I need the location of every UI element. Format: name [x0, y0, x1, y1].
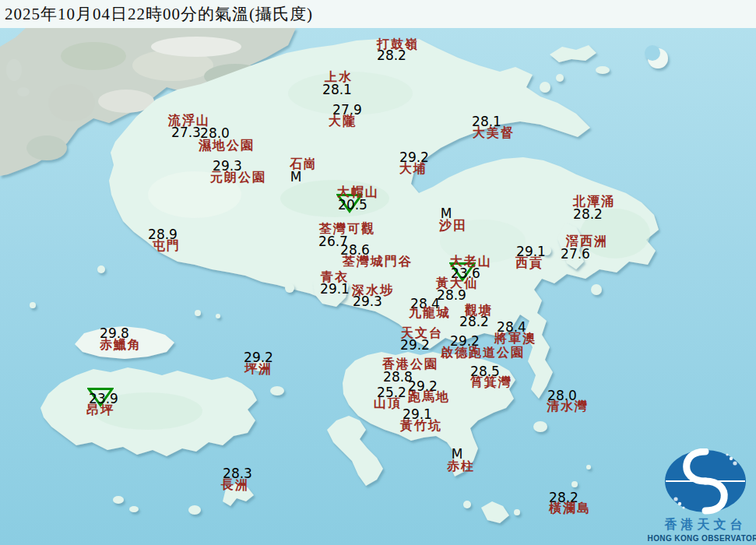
station-name-label: 大埔	[399, 163, 427, 175]
station-name-label: 九龍城	[409, 307, 451, 319]
station-name-label: 天文台	[401, 327, 443, 339]
station-temperature-value: 28.1	[322, 83, 352, 97]
station-name-label: 清水灣	[547, 400, 589, 413]
station-temperature-value: 27.3	[171, 126, 201, 139]
station-temperature-value: 28.2	[377, 49, 406, 62]
station-name-label: 元朗公園	[210, 171, 266, 184]
station-name-label: 濕地公園	[199, 139, 255, 152]
station-temperature-value: 28.2	[459, 315, 489, 329]
station-temperature-value: M	[290, 171, 302, 184]
station-name-label: 荃灣可觀	[319, 223, 375, 235]
temperature-map-page: 2025年10月04日22時00分的氣溫(攝氏度) 28.2打鼓嶺28.1上水2…	[0, 0, 756, 545]
station-name-label: 沙田	[439, 220, 467, 232]
station-name-label: 上水	[325, 71, 353, 83]
station-name-label: 赤鱲角	[100, 339, 142, 351]
station-temperature-value: M	[441, 207, 452, 220]
hko-logo-english: HONG KONG OBSERVATORY	[648, 534, 756, 543]
station-name-label: 坪洲	[244, 363, 273, 375]
station-temperature-value: 28.2	[573, 208, 603, 221]
station-temperature-value: 27.6	[561, 248, 590, 261]
station-name-label: 黃大仙	[436, 277, 478, 290]
station-name-label: 深水埗	[352, 284, 394, 297]
station-name-label: 滘西洲	[566, 235, 608, 248]
station-name-label: 黃竹坑	[400, 420, 442, 432]
station-name-label: 青衣	[321, 271, 349, 283]
station-temperature-value: 28.9	[437, 289, 466, 302]
station-name-label: 石崗	[290, 158, 318, 171]
station-name-label: 啟德跑道公園	[441, 346, 525, 359]
map-title: 2025年10月04日22時00分的氣溫(攝氏度)	[0, 3, 313, 25]
station-name-label: 大隴	[329, 115, 357, 128]
station-name-label: 屯門	[153, 240, 181, 252]
station-temperature-value: 29.3	[353, 295, 382, 308]
hko-logo-icon	[663, 448, 748, 515]
station-temperature-value: M	[452, 448, 463, 461]
station-name-label: 觀塘	[465, 304, 493, 317]
station-name-label: 長洲	[221, 479, 249, 491]
title-bar: 2025年10月04日22時00分的氣溫(攝氏度)	[0, 0, 756, 28]
station-name-label: 昂坪	[86, 404, 114, 417]
station-name-label: 大老山	[450, 255, 492, 268]
station-name-label: 北潭涌	[573, 195, 615, 208]
station-name-label: 香港公園	[382, 358, 438, 371]
station-temperature-value: 20.5	[338, 199, 367, 212]
hko-logo-chinese: 香港天文台	[665, 517, 747, 533]
hko-logo: 香港天文台 HONG KONG OBSERVATORY	[656, 448, 754, 543]
station-temperature-value: 29.2	[400, 339, 430, 352]
station-name-label: 打鼓嶺	[377, 38, 419, 51]
station-name-label: 橫瀾島	[549, 502, 591, 515]
station-name-label: 山頂	[374, 397, 402, 410]
station-name-label: 筲箕灣	[470, 376, 512, 389]
station-name-label: 將軍澳	[494, 332, 536, 345]
station-name-label: 跑馬地	[408, 391, 450, 403]
station-temperature-value: 28.0	[200, 127, 230, 140]
station-name-label: 荃灣城門谷	[343, 255, 413, 268]
station-name-label: 大美督	[473, 127, 515, 139]
station-name-label: 西貢	[515, 257, 543, 269]
station-labels-layer: 28.2打鼓嶺28.1上水27.9大隴27.3流浮山28.0濕地公園29.3元朗…	[0, 0, 756, 545]
station-temperature-value: 29.1	[320, 283, 350, 296]
station-name-label: 赤柱	[447, 460, 475, 473]
station-name-label: 大帽山	[337, 186, 379, 199]
